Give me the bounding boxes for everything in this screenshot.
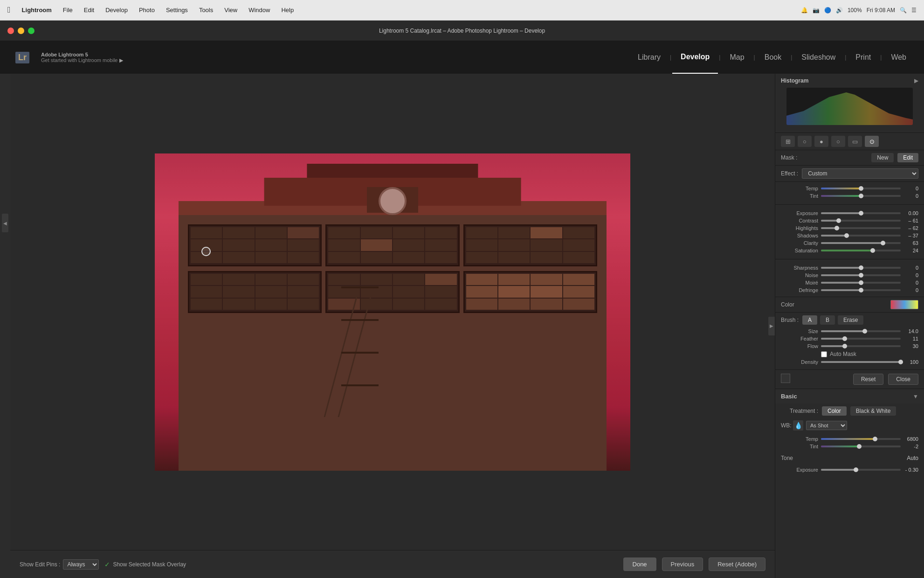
saturation-slider-thumb[interactable] bbox=[870, 248, 875, 253]
wb-select[interactable]: As Shot Auto Daylight Cloudy Shade Tungs… bbox=[806, 421, 847, 430]
clarity-slider-track[interactable] bbox=[821, 242, 901, 244]
show-edit-pins-select[interactable]: Always Selected Never bbox=[63, 559, 99, 570]
brush-a-button[interactable]: A bbox=[802, 315, 817, 325]
effect-select[interactable]: Custom Soften Skin Teeth Whitening Iris … bbox=[802, 168, 918, 179]
treatment-bw-button[interactable]: Black & White bbox=[850, 406, 896, 416]
basic-tint-label: Tint bbox=[781, 444, 818, 449]
tab-slideshow[interactable]: Slideshow bbox=[793, 41, 844, 74]
defringe-slider-track[interactable] bbox=[821, 289, 901, 291]
menu-help[interactable]: Help bbox=[281, 7, 294, 14]
tint-slider-track[interactable] bbox=[821, 195, 901, 197]
color-swatch[interactable] bbox=[890, 300, 918, 309]
left-panel-toggle[interactable]: ◀ bbox=[2, 214, 8, 232]
basic-section-header[interactable]: Basic ▼ bbox=[775, 389, 924, 404]
mask-new-button[interactable]: New bbox=[871, 153, 894, 162]
auto-mask-row: Auto Mask bbox=[821, 351, 918, 357]
mask-circle-indicator[interactable] bbox=[201, 247, 211, 256]
feather-slider-thumb[interactable] bbox=[842, 336, 847, 341]
reset-button[interactable]: Reset bbox=[853, 374, 883, 385]
brush-tool-icon[interactable]: ⊙ bbox=[865, 136, 879, 147]
feather-slider-track[interactable] bbox=[821, 338, 901, 340]
menu-tools[interactable]: Tools bbox=[199, 7, 213, 14]
menu-photo[interactable]: Photo bbox=[139, 7, 155, 14]
highlights-slider-thumb[interactable] bbox=[834, 226, 839, 230]
sharpness-slider-track[interactable] bbox=[821, 267, 901, 269]
noise-slider-thumb[interactable] bbox=[859, 273, 863, 278]
histogram-header: Histogram ▶ bbox=[781, 77, 918, 84]
basic-tint-fill bbox=[821, 446, 859, 447]
temp-slider-track[interactable] bbox=[821, 188, 901, 189]
size-slider-thumb[interactable] bbox=[862, 329, 867, 334]
shadows-slider-thumb[interactable] bbox=[844, 233, 849, 238]
done-button[interactable]: Done bbox=[623, 557, 656, 571]
flow-slider-track[interactable] bbox=[821, 345, 901, 347]
menu-edit[interactable]: Edit bbox=[84, 7, 94, 14]
shadows-slider-track[interactable] bbox=[821, 235, 901, 237]
auto-mask-label[interactable]: Auto Mask bbox=[830, 351, 856, 357]
treatment-color-button[interactable]: Color bbox=[822, 406, 847, 416]
highlights-slider-track[interactable] bbox=[821, 227, 901, 229]
contrast-slider-track[interactable] bbox=[821, 220, 901, 222]
auto-mask-checkbox[interactable] bbox=[821, 351, 827, 357]
menu-settings[interactable]: Settings bbox=[166, 7, 188, 14]
tab-web[interactable]: Web bbox=[883, 41, 915, 74]
menu-window[interactable]: Window bbox=[248, 7, 270, 14]
gradient-tool-icon[interactable]: ▭ bbox=[848, 136, 862, 147]
spot-tool-icon[interactable]: ● bbox=[814, 136, 828, 147]
menu-view[interactable]: View bbox=[224, 7, 237, 14]
size-slider-track[interactable] bbox=[821, 330, 901, 332]
close-button[interactable]: Close bbox=[888, 374, 918, 385]
previous-button[interactable]: Previous bbox=[662, 557, 703, 571]
temp-slider-thumb[interactable] bbox=[859, 186, 863, 191]
moire-slider-track[interactable] bbox=[821, 282, 901, 284]
lr-logo: Lr bbox=[0, 52, 37, 63]
tint-slider-thumb[interactable] bbox=[859, 194, 863, 198]
menu-develop[interactable]: Develop bbox=[105, 7, 128, 14]
grid-tool-icon[interactable]: ⊞ bbox=[781, 136, 795, 147]
clarity-slider-thumb[interactable] bbox=[881, 241, 885, 245]
menu-lightroom[interactable]: Lightroom bbox=[22, 7, 52, 14]
close-window-button[interactable] bbox=[7, 28, 14, 34]
color-box[interactable] bbox=[781, 374, 790, 383]
tab-library[interactable]: Library bbox=[629, 41, 669, 74]
menu-file[interactable]: File bbox=[63, 7, 73, 14]
reset-adobe-button[interactable]: Reset (Adobe) bbox=[709, 557, 765, 571]
wb-eyedropper[interactable]: 💧 bbox=[793, 420, 803, 431]
histogram-collapse-arrow[interactable]: ▶ bbox=[914, 77, 918, 84]
apple-icon[interactable]:  bbox=[7, 5, 11, 15]
maximize-window-button[interactable] bbox=[28, 28, 34, 34]
tab-book[interactable]: Book bbox=[756, 41, 790, 74]
mask-edit-button[interactable]: Edit bbox=[897, 153, 918, 162]
defringe-slider-thumb[interactable] bbox=[859, 288, 863, 292]
tab-print[interactable]: Print bbox=[847, 41, 879, 74]
sharpness-slider-thumb[interactable] bbox=[859, 265, 863, 270]
basic-exposure-track[interactable] bbox=[821, 469, 901, 471]
noise-slider-track[interactable] bbox=[821, 274, 901, 276]
flow-slider-thumb[interactable] bbox=[842, 344, 847, 348]
basic-temp-thumb[interactable] bbox=[873, 437, 877, 441]
brush-b-button[interactable]: B bbox=[820, 315, 835, 325]
crop-tool-icon[interactable]: ○ bbox=[798, 136, 812, 147]
minimize-window-button[interactable] bbox=[18, 28, 24, 34]
redeye-tool-icon[interactable]: ○ bbox=[831, 136, 845, 147]
show-mask-label: Show Selected Mask Overlay bbox=[113, 561, 186, 568]
basic-collapse-arrow[interactable]: ▼ bbox=[913, 393, 918, 400]
tone-auto-button[interactable]: Auto bbox=[907, 455, 918, 461]
saturation-slider-track[interactable] bbox=[821, 250, 901, 251]
right-panel-toggle[interactable]: ▶ bbox=[768, 317, 775, 335]
density-slider-track[interactable] bbox=[821, 361, 901, 363]
moire-slider-thumb[interactable] bbox=[859, 280, 863, 285]
right-panel-arrow[interactable]: ▶ bbox=[768, 317, 775, 335]
exposure-slider-track[interactable] bbox=[821, 212, 901, 214]
basic-tint-track[interactable] bbox=[821, 446, 901, 447]
basic-temp-track[interactable] bbox=[821, 438, 901, 440]
basic-exposure-thumb[interactable] bbox=[854, 467, 858, 472]
exposure-slider-thumb[interactable] bbox=[859, 211, 863, 216]
tab-map[interactable]: Map bbox=[721, 41, 752, 74]
basic-tint-thumb[interactable] bbox=[857, 444, 862, 449]
contrast-slider-thumb[interactable] bbox=[836, 218, 841, 223]
lr-mobile-promo[interactable]: Get started with Lightroom mobile ▶ bbox=[41, 57, 629, 63]
brush-erase-button[interactable]: Erase bbox=[838, 315, 863, 325]
tab-develop[interactable]: Develop bbox=[672, 41, 718, 74]
density-slider-thumb[interactable] bbox=[898, 360, 903, 364]
